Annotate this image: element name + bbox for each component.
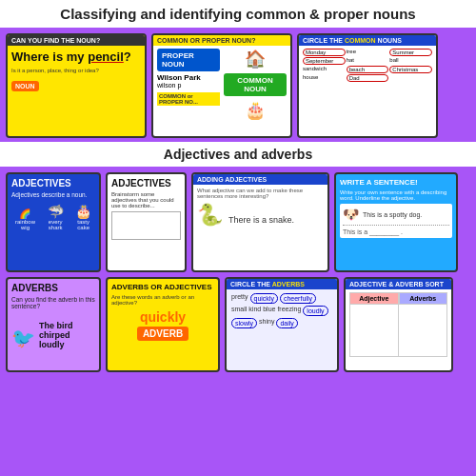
- noun-word-monday: Monday: [303, 49, 346, 56]
- word-blue: blue: [263, 306, 275, 316]
- adj-img-wig: 🌈 rainbow wig: [11, 208, 39, 230]
- adj-title-2: ADJECTIVES: [111, 178, 181, 188]
- house-icon: 🏠: [224, 49, 287, 69]
- noun-word-hat: hat: [347, 57, 389, 65]
- adj-sub-1: Adjectives describe a noun.: [11, 191, 95, 198]
- noun-word-tree: tree: [347, 49, 389, 56]
- adj-img-shark: 🦈 every shark: [42, 204, 69, 230]
- adverbs-title: ADVERBS: [11, 283, 95, 293]
- find-noun-title: CAN YOU FIND THE NOUN?: [8, 35, 145, 46]
- sort-col-adjective: Adjective: [349, 292, 399, 305]
- adverbs-or-adj-sub: Are these words an adverb or an adjectiv…: [111, 294, 214, 306]
- adj-img-cake: 🎂 tasty cake: [71, 204, 95, 230]
- noun-badge: NOUN: [11, 81, 39, 91]
- bird-sentence: The bird chirped loudly: [39, 321, 95, 349]
- proper-badge: PROPER NOUN: [157, 49, 220, 71]
- adj-images-row: 🌈 rainbow wig 🦈 every shark 🎂 tasty cake: [11, 204, 95, 230]
- noun-words-grid: Monday tree Summer September hat ball sa…: [303, 49, 432, 82]
- sort-header: Adjective Adverbs: [349, 292, 447, 305]
- page-title: Classifying and identifying common & pro…: [0, 0, 476, 28]
- word-cheerfully: cheerfully: [280, 293, 316, 304]
- word-loudly: loudly: [303, 306, 327, 316]
- adverbs-or-adj-title: ADVERBS or ADJECTIVES: [111, 283, 214, 291]
- snake-icon: 🐍: [197, 203, 223, 228]
- bird-icon: 🐦: [11, 327, 35, 349]
- word-daily: daily: [276, 318, 297, 328]
- nouns-section: CAN YOU FIND THE NOUN? Where is my penci…: [0, 28, 476, 142]
- adverb-word: quickly: [111, 309, 214, 325]
- adverbs-card[interactable]: ADVERBS Can you find the adverb in this …: [6, 277, 101, 372]
- adjectives-card-1[interactable]: ADJECTIVES Adjectives describe a noun. 🌈…: [6, 172, 101, 272]
- circle-nouns-title: CIRCLE THE COMMON NOUNS: [299, 35, 436, 46]
- word-freezing: freezing: [277, 306, 301, 316]
- adj-sub-2: Brainstorm some adjectives that you coul…: [111, 191, 181, 208]
- adjectives-card-2[interactable]: ADJECTIVES Brainstorm some adjectives th…: [106, 172, 187, 272]
- common-proper-card[interactable]: COMMON or PROPER NOUN? PROPER NOUN Wilso…: [151, 33, 292, 138]
- sort-col-adverb: Adverbs: [399, 292, 448, 305]
- adj-adverb-sort-card[interactable]: ADJECTIVE & ADVERB SORT Adjective Adverb…: [344, 277, 453, 372]
- dog-icon: 🐶: [343, 207, 359, 222]
- common-proper-top-title: COMMON or PROPER NOUN?: [153, 35, 290, 46]
- adverb-label: ADVERB: [137, 327, 188, 341]
- shark-icon: 🦈: [42, 204, 69, 219]
- sort-title: ADJECTIVE & ADVERB SORT: [346, 279, 451, 289]
- sort-adj-column: [349, 305, 399, 357]
- noun-word-summer: Summer: [389, 49, 432, 56]
- word-small: small: [231, 306, 247, 316]
- noun-word-september: September: [303, 57, 346, 65]
- find-noun-question: Where is my pencil?: [11, 50, 141, 64]
- section-divider: Adjectives and adverbs: [0, 142, 476, 167]
- word-shiny: shiny: [259, 318, 274, 328]
- adverbs-sub: Can you find the adverb in this sentence…: [11, 296, 95, 309]
- circle-adverbs-title: CIRCLE THE ADVERBS: [227, 279, 337, 289]
- location-name: Wilson Park: [157, 73, 220, 82]
- word-kind: kind: [248, 306, 261, 316]
- noun-word-ball: ball: [389, 57, 432, 65]
- noun-word-christmas: Christmas: [389, 66, 432, 73]
- word-quickly: quickly: [250, 293, 278, 304]
- write-sentence-title: WRITE A SENTENCE!: [340, 178, 452, 187]
- noun-word-beach: beach: [347, 66, 389, 73]
- blank-sentence: This is a ________ .: [343, 228, 449, 235]
- adverbs-or-adj-card[interactable]: ADVERBS or ADJECTIVES Are these words an…: [106, 277, 220, 372]
- cake-small-icon: 🎂: [71, 204, 95, 219]
- write-sentence-sub: Write your own sentence with a describin…: [340, 189, 452, 201]
- circle-nouns-card[interactable]: CIRCLE THE COMMON NOUNS Monday tree Summ…: [297, 33, 438, 138]
- write-sentence-example: 🐶 This is a spotty dog. This is a ______…: [340, 204, 452, 238]
- example-sentence: This is a spotty dog.: [363, 211, 422, 218]
- word-pretty: pretty: [231, 293, 248, 304]
- write-sentence-card[interactable]: WRITE A SENTENCE! Write your own sentenc…: [334, 172, 458, 272]
- common-proper-subtitle: COMMON or PROPER NO...: [157, 92, 220, 106]
- find-noun-card[interactable]: CAN YOU FIND THE NOUN? Where is my penci…: [6, 33, 147, 138]
- common-badge: COMMON NOUN: [224, 73, 287, 96]
- adverb-words: pretty quickly cheerfully small kind blu…: [230, 292, 333, 329]
- adding-adj-card[interactable]: ADDING ADJECTIVES What adjective can we …: [191, 172, 329, 272]
- adding-adj-sub: What adjective can we add to make these …: [197, 188, 324, 199]
- cake-icon: 🎂: [224, 100, 287, 121]
- sort-adv-column: [399, 305, 447, 357]
- sentence-line: [343, 225, 449, 226]
- adj-brainstorm-box[interactable]: [111, 211, 181, 240]
- adding-adj-title: ADDING ADJECTIVES: [193, 174, 327, 185]
- word-slowly: slowly: [231, 318, 257, 328]
- snake-sentence: There is a snake.: [228, 215, 294, 225]
- location-sub: wilson p: [157, 82, 220, 89]
- find-noun-sub: Is it a person, place, thing or idea?: [11, 68, 141, 73]
- circle-adverbs-card[interactable]: CIRCLE THE ADVERBS pretty quickly cheerf…: [225, 277, 339, 372]
- noun-word-house: house: [303, 74, 346, 82]
- noun-word-dad: Dad: [347, 74, 389, 82]
- noun-word-sandwich: sandwich: [303, 66, 346, 73]
- adj-title-1: ADJECTIVES: [11, 178, 95, 188]
- adj-adverbs-section: ADJECTIVES Adjectives describe a noun. 🌈…: [0, 167, 476, 376]
- rainbow-wig-icon: 🌈: [11, 208, 39, 219]
